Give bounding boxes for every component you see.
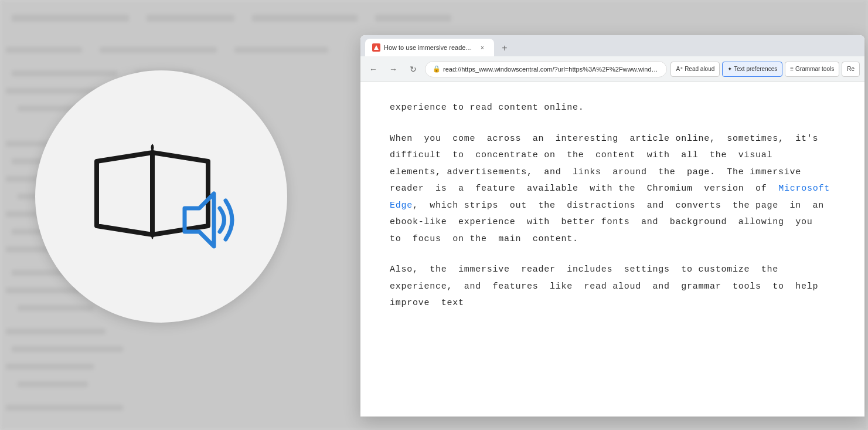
paragraph-1: experience to read content online. <box>390 100 835 117</box>
tab-close-button[interactable]: × <box>478 43 487 52</box>
back-button[interactable]: ← <box>365 61 382 77</box>
tab-bar: How to use immersive reader o... × + <box>360 35 864 56</box>
tab-title: How to use immersive reader o... <box>384 44 474 51</box>
text-pref-label: Text preferences <box>734 66 777 72</box>
address-url: read://https_www.windowscentral.com/?url… <box>443 66 659 73</box>
reader-content: experience to read content online. When … <box>360 82 864 417</box>
forward-button[interactable]: → <box>385 61 401 77</box>
text-pref-icon: ✦ <box>727 66 732 72</box>
read-aloud-label: Read aloud <box>685 66 714 72</box>
microsoft-edge-link[interactable]: Microsoft Edge <box>390 184 830 211</box>
active-tab[interactable]: How to use immersive reader o... × <box>365 39 494 56</box>
tab-favicon <box>372 43 380 52</box>
paragraph-3: Also, the immersive reader includes sett… <box>390 262 835 312</box>
svg-marker-0 <box>185 194 214 246</box>
icon-inner <box>85 135 237 258</box>
svg-marker-1 <box>374 45 379 50</box>
address-bar: ← → ↻ 🔒 read://https_www.windowscentral.… <box>360 56 864 82</box>
chromium-label: Chromium <box>647 184 693 194</box>
text-preferences-button[interactable]: ✦ Text preferences <box>722 62 782 77</box>
paragraph-2: When you come across an interesting arti… <box>390 131 835 248</box>
read-aloud-button[interactable]: A⁺ Read aloud <box>670 62 720 77</box>
icon-circle <box>35 70 287 323</box>
grammar-tools-button[interactable]: ≡ Grammar tools <box>785 62 839 77</box>
grammar-icon: ≡ <box>790 66 794 72</box>
grammar-label: Grammar tools <box>795 66 834 72</box>
lock-icon: 🔒 <box>433 65 441 73</box>
address-input[interactable]: 🔒 read://https_www.windowscentral.com/?u… <box>425 61 667 77</box>
speaker-icon <box>167 188 243 252</box>
refresh-button[interactable]: ↻ <box>405 61 421 77</box>
read-aloud-icon: A⁺ <box>676 66 683 72</box>
browser-window: How to use immersive reader o... × + ← →… <box>360 35 864 417</box>
toolbar-right: A⁺ Read aloud ✦ Text preferences ≡ Gramm… <box>670 62 860 77</box>
re-button[interactable]: Re <box>842 62 860 77</box>
new-tab-button[interactable]: + <box>496 40 513 56</box>
re-label: Re <box>847 66 855 72</box>
